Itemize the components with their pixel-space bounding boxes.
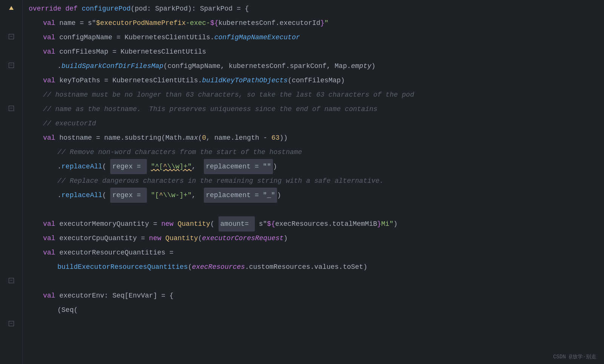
line-14: .replaceAll( regex = "[^\\w-]+", replace… [29, 188, 596, 202]
gutter-empty-18 [8, 245, 15, 259]
line-11: // Remove non-word characters from the s… [29, 145, 596, 159]
gutter-empty-6 [8, 72, 15, 87]
line-8: // name as the hostname. This preserves … [29, 102, 596, 116]
gutter-empty-15 [8, 202, 15, 216]
line-20-empty [29, 274, 596, 288]
line-17: val executorCpuQuantity = new Quantity(e… [29, 231, 596, 245]
line-9: // executorId [29, 116, 596, 131]
line-22: (Seq( [29, 303, 596, 317]
line-7: // hostname must be no longer than 63 ch… [29, 88, 596, 102]
gutter-empty-12 [8, 159, 15, 173]
line-5: .buildSparkConfDirFilesMap(configMapName… [29, 59, 596, 73]
gutter-empty-13 [8, 173, 15, 187]
line-6: val keyToPaths = KubernetesClientUtils.b… [29, 73, 596, 88]
line-12: .replaceAll( regex = "^[^\\w]+", replace… [29, 159, 596, 174]
gutter-fold-3[interactable]: − [8, 29, 15, 44]
gutter-empty-9 [8, 116, 15, 130]
gutter-fold-23[interactable]: − [8, 316, 15, 331]
watermark: CSDN @放学·别走 [553, 353, 596, 360]
line-10: val hostname = name.substring(Math.max(0… [29, 131, 596, 145]
gutter-empty-24 [8, 331, 15, 345]
gutter-empty-22 [8, 302, 15, 316]
gutter-empty-4 [8, 44, 15, 58]
gutter-fold-8[interactable]: − [8, 101, 15, 116]
editor: − − − [0, 0, 604, 364]
line-19: buildExecutorResourcesQuantities(execRes… [29, 260, 596, 274]
line-15-empty [29, 202, 596, 217]
gutter-empty-14 [8, 187, 15, 202]
line-13: // Replace dangerous characters in the r… [29, 174, 596, 188]
line-4: val confFilesMap = KubernetesClientUtils [29, 45, 596, 59]
gutter-fold-20[interactable]: − [8, 273, 15, 288]
gutter-empty-11 [8, 144, 15, 159]
gutter-empty-2 [8, 15, 15, 29]
line-21: val executorEnv: Seq[EnvVar] = { [29, 288, 596, 303]
line-18: val executorResourceQuantities = [29, 245, 596, 260]
gutter-empty-10 [8, 130, 15, 144]
line-2: val name = s"$executorPodNamePrefix-exec… [29, 16, 596, 30]
gutter-empty-19 [8, 259, 15, 273]
gutter: − − − [0, 0, 23, 364]
line-3: val configMapName = KubernetesClientUtil… [29, 30, 596, 45]
code-area: override def configurePod(pod: SparkPod)… [23, 0, 604, 364]
line-16: val executorMemoryQuantity = new Quantit… [29, 217, 596, 231]
gutter-fold-5[interactable]: − [8, 58, 15, 72]
gutter-empty-17 [8, 230, 15, 245]
line-1: override def configurePod(pod: SparkPod)… [29, 2, 596, 16]
gutter-empty-16 [8, 216, 15, 230]
gutter-arrow-up [8, 1, 15, 15]
gutter-empty-7 [8, 87, 15, 101]
gutter-empty-21 [8, 288, 15, 302]
